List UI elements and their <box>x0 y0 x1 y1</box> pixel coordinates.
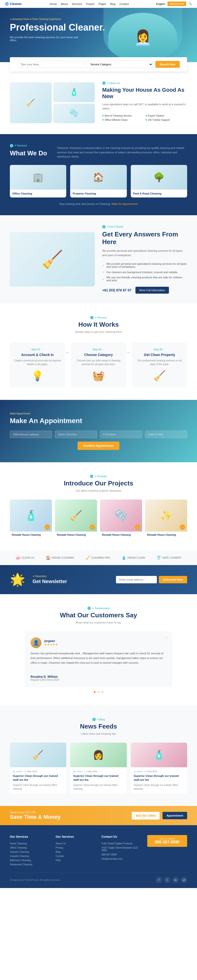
nav-link[interactable]: Project <box>86 2 95 5</box>
projects-section: ✦ Portfolio Introduce Our Projects Our l… <box>0 462 197 550</box>
footer-company-item[interactable]: Blog <box>56 850 95 854</box>
news-tag-icon <box>92 718 96 721</box>
brands-section: 🧼CLEAN CO🏠HOUSE CLEANING🧹CLEANING PRO💧FR… <box>0 550 197 565</box>
nav-link[interactable]: Services <box>71 2 82 5</box>
nav-link[interactable]: Blog <box>110 2 116 5</box>
step-desc: Choose from our wide range of cleaning s… <box>75 359 122 366</box>
testimonial-dot[interactable] <box>97 691 100 693</box>
project-card[interactable]: ✨Remade House Cleaning→ <box>145 500 187 538</box>
footer-service-item[interactable]: Bathroom Cleaning <box>10 858 50 862</box>
nav-link[interactable]: Contact <box>119 2 129 5</box>
footer-service-item[interactable]: Office Cleaning <box>10 846 50 850</box>
testimonial-dot[interactable] <box>94 691 95 693</box>
footer-service-item[interactable]: Industry Cleaning <box>10 850 50 854</box>
about-section: 🧹 🧴 🫧 ✦ About Us Making Your House As Go… <box>0 76 197 134</box>
step-title: Account & Check In <box>14 353 61 357</box>
service-card[interactable]: 🌳Park & Road Cleaning <box>131 165 187 197</box>
project-card[interactable]: 🧹Remade House Cleaning→ <box>55 500 97 538</box>
news-card[interactable]: 🧹By Admin | 1 May 2020Superior Clean thr… <box>10 743 66 794</box>
footer-company-item[interactable]: Pricing <box>56 846 95 850</box>
nav-link[interactable]: About <box>61 2 68 5</box>
footer-service-item[interactable]: Carpets Cleaning <box>10 854 50 858</box>
news-card[interactable]: 🧴Al Admin | 1 May 2020Superior Clean thr… <box>131 743 187 794</box>
news-content: Al Admin | 1 May 2020Superior Clean thro… <box>131 767 187 794</box>
confirm-appointment-button[interactable]: Confirm Appointment <box>78 442 120 450</box>
search-area-input[interactable] <box>17 61 84 68</box>
footer-company-item[interactable]: FAQ <box>56 858 95 862</box>
about-tag-icon <box>102 81 106 85</box>
nav-link[interactable]: Home <box>49 2 57 5</box>
news-title: Superior Clean through our trained staff… <box>73 774 124 782</box>
service-label: Property Cleaning <box>70 189 127 197</box>
testimonial-author-name: Rosalina D. William <box>30 675 167 678</box>
appointment-field[interactable] <box>55 431 97 438</box>
social-icon-f[interactable]: f <box>156 877 162 883</box>
answers-list-item: ✓Our cleaners are background checked, in… <box>102 269 187 275</box>
footer-grid: Our Services Home CleaningOffice Cleanin… <box>10 835 187 867</box>
what-we-do-title-block: ✦ Services What We Do <box>10 144 47 157</box>
testimonials-title: What Our Customers Say <box>10 611 187 619</box>
news-content: By Admin | 1 May 2020Superior Clean thro… <box>10 767 66 794</box>
social-icon-in[interactable]: in <box>172 877 179 883</box>
testimonial-dot[interactable] <box>102 691 103 693</box>
service-category-select[interactable]: Service Category <box>86 60 153 68</box>
promo-appointment-button[interactable]: Appointment <box>162 812 187 819</box>
more-info-button[interactable]: More Full Information <box>135 287 169 294</box>
footer-services-list: Home CleaningOffice CleaningIndustry Cle… <box>10 842 50 867</box>
projects-grid: 🧴Remade House Cleaning→🧹Remade House Cle… <box>10 500 187 538</box>
step-card: →Step 02 →Choose CategoryChoose from our… <box>71 342 126 388</box>
newsletter-email-input[interactable] <box>116 576 157 583</box>
news-tag: ✦ Blog <box>10 718 187 721</box>
footer-phone-label: Call Us Anytime <box>151 837 183 840</box>
footer-service-item[interactable]: Home Cleaning <box>10 842 50 846</box>
social-icon-yt[interactable]: yt <box>181 877 187 883</box>
newsletter-subscribe-button[interactable]: Subscribe Now <box>159 576 187 583</box>
brand-icon: 💧 <box>121 555 126 560</box>
appointment-field[interactable] <box>145 431 187 438</box>
search-icon[interactable]: 🔍 <box>189 2 192 5</box>
service-img: 🌳 <box>131 165 187 189</box>
promo-tag: Want to Get 20% Off? <box>10 811 60 814</box>
newsletter-section: 🌟 ✦ Newsletter Get Newsletter Subscribe … <box>0 565 197 594</box>
appointment-field[interactable] <box>10 431 52 438</box>
footer-company-item[interactable]: About Us <box>56 842 95 846</box>
answers-list-item: ✓We provide personal and specialized cle… <box>102 261 187 269</box>
nav-link[interactable]: Pages <box>98 2 106 5</box>
testimonials-subtitle: Read what our customers have to say <box>10 621 187 624</box>
quote-icon: " <box>166 635 168 644</box>
news-img: 🧴 <box>131 743 187 767</box>
search-button[interactable]: Search Now <box>156 61 180 68</box>
testimonial-header: 👤 jorgean ★★★★★ <box>30 637 167 648</box>
project-card[interactable]: 🫧Remade House Cleaning→ <box>100 500 142 538</box>
promo-text: Want to Get 20% Off? Save Time & Money <box>10 811 60 820</box>
promo-banner-section: Want to Get 20% Off? Save Time & Money 8… <box>0 806 197 825</box>
appointment-field[interactable] <box>100 431 142 438</box>
news-excerpt: Superior Clean through our trained offic… <box>73 783 124 791</box>
step-icon: 💡 <box>14 370 61 382</box>
news-meta: By Admin | 1 May 2020 <box>13 770 63 773</box>
news-title: Superior Clean through our trained staff… <box>13 774 63 782</box>
service-card[interactable]: 🏢Office Cleaning <box>10 165 66 197</box>
language-selector[interactable]: English <box>156 2 165 5</box>
projects-tag: ✦ Portfolio <box>10 474 187 478</box>
brand-logo: 🧼CLEAN CO <box>16 555 34 560</box>
service-card[interactable]: 🏠Property Cleaning <box>70 165 127 197</box>
answers-image: 🧹 <box>10 232 95 286</box>
social-icons: ftinyt <box>156 877 187 883</box>
footer-company-item[interactable]: Contact <box>56 854 95 858</box>
services-cta-link[interactable]: Make An Appointment <box>111 202 138 205</box>
check-icon: ✓ <box>102 277 105 281</box>
news-card[interactable]: 👩By Admin | 1 May 2020Superior Clean thr… <box>70 743 127 794</box>
footer-company-col: Our Services About UsPricingBlogContactF… <box>56 835 95 867</box>
news-title: News Feeds <box>10 722 187 730</box>
footer-services-heading: Our Services <box>10 835 50 838</box>
footer-service-item[interactable]: Restaurant Cleaning <box>10 862 50 867</box>
appointment-section: Make Appointment Make An Appointment Con… <box>0 400 197 462</box>
answers-content: ✦ Get A Quote Get Every Answers From Her… <box>102 225 187 294</box>
feature-dot <box>102 115 104 116</box>
answers-tag-icon <box>102 225 106 229</box>
footer-phone-col: Call Us Anytime 800-567-8990 <box>147 835 187 867</box>
appointment-btn[interactable]: Appointment <box>167 2 186 6</box>
project-card[interactable]: 🧴Remade House Cleaning→ <box>10 500 52 538</box>
social-icon-t[interactable]: t <box>164 877 170 883</box>
